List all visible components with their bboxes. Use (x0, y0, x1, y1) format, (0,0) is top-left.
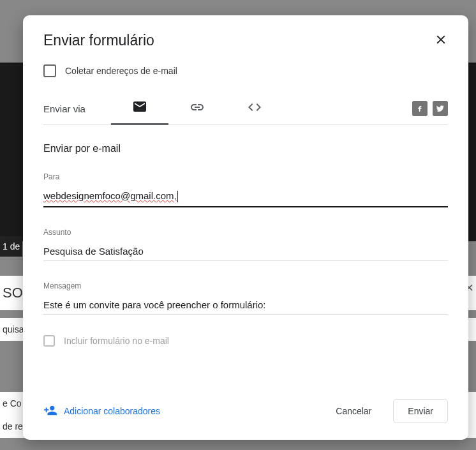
message-field: Mensagem (43, 281, 448, 315)
social-icons (412, 101, 448, 116)
embed-icon (247, 100, 262, 117)
link-icon (190, 100, 205, 117)
person-add-icon (43, 403, 57, 419)
dialog-footer: Adicionar colaboradores Cancelar Enviar (43, 399, 448, 423)
dialog-header: Enviar formulário (43, 32, 448, 49)
tab-email[interactable] (111, 93, 168, 125)
send-via-tabs: Enviar via (43, 93, 448, 125)
include-form-row: Incluir formulário no e-mail (43, 335, 448, 347)
message-input[interactable] (43, 297, 448, 315)
backdrop-date: 1 de (0, 236, 22, 257)
subject-field: Assunto (43, 228, 448, 261)
dialog-title: Enviar formulário (43, 32, 154, 49)
include-form-checkbox[interactable] (43, 335, 55, 347)
add-collaborators-link[interactable]: Adicionar colaboradores (43, 403, 160, 419)
tab-embed[interactable] (226, 93, 283, 124)
tab-link[interactable] (168, 93, 226, 124)
to-field: Para webdesignemfoco@gmail.com, (43, 172, 448, 207)
cancel-button[interactable]: Cancelar (322, 400, 385, 423)
close-icon[interactable] (434, 33, 448, 49)
send-via-label: Enviar via (43, 103, 86, 114)
section-title: Enviar por e-mail (43, 143, 448, 154)
collect-emails-row: Coletar endereços de e-mail (43, 64, 448, 77)
footer-buttons: Cancelar Enviar (322, 399, 448, 423)
collect-emails-label: Coletar endereços de e-mail (65, 66, 177, 76)
to-label: Para (43, 172, 448, 181)
message-label: Mensagem (43, 281, 448, 290)
subject-label: Assunto (43, 228, 448, 237)
collect-emails-checkbox[interactable] (43, 64, 56, 77)
send-button[interactable]: Enviar (393, 399, 448, 423)
add-collaborators-label: Adicionar colaboradores (64, 406, 160, 416)
to-value: webdesignemfoco@gmail.com, (43, 190, 177, 201)
text-cursor (177, 191, 178, 202)
facebook-icon[interactable] (412, 101, 428, 116)
twitter-icon[interactable] (433, 101, 448, 116)
subject-input[interactable] (43, 243, 448, 261)
email-icon (132, 99, 147, 117)
to-input[interactable]: webdesignemfoco@gmail.com, (43, 188, 448, 207)
include-form-label: Incluir formulário no e-mail (64, 336, 169, 346)
send-form-dialog: Enviar formulário Coletar endereços de e… (23, 15, 468, 440)
